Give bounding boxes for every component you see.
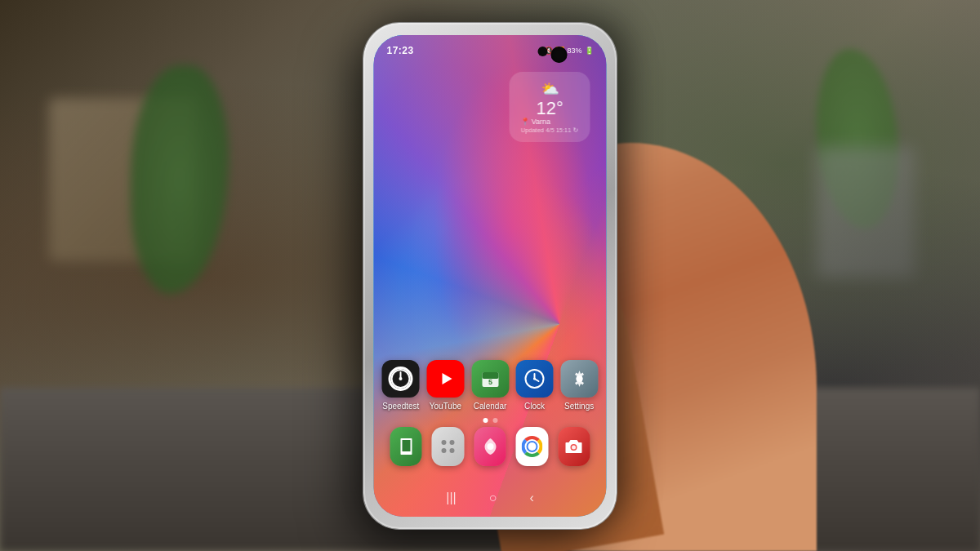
- speedtest-label: Speedtest: [382, 402, 419, 411]
- svg-point-15: [450, 448, 455, 453]
- dock-camera[interactable]: [558, 427, 590, 466]
- weather-temperature: 12°: [521, 100, 579, 118]
- dock: [374, 419, 607, 474]
- svg-marker-2: [442, 373, 452, 384]
- svg-point-18: [572, 445, 576, 449]
- svg-point-9: [533, 377, 536, 380]
- scene: 17:23 🔇 📶 83% 🔋 ⛅ 12° 📍 Varna Updated 4/…: [0, 0, 980, 551]
- svg-point-0: [392, 370, 410, 388]
- youtube-icon[interactable]: [426, 360, 464, 398]
- app-speedtest[interactable]: Speedtest: [382, 360, 421, 411]
- clock-label: Clock: [524, 402, 545, 411]
- phone-screen: 17:23 🔇 📶 83% 🔋 ⛅ 12° 📍 Varna Updated 4/…: [374, 35, 607, 517]
- location-pin-icon: 📍: [521, 118, 530, 126]
- dock-galaxy[interactable]: [474, 427, 506, 466]
- svg-point-13: [450, 440, 455, 445]
- dock-phone[interactable]: [390, 427, 421, 466]
- nav-bar: ||| ○ ‹: [374, 491, 607, 509]
- svg-point-11: [405, 452, 407, 454]
- svg-point-16: [487, 443, 493, 450]
- weather-icon: ⛅: [521, 80, 579, 98]
- front-camera-main: [551, 47, 568, 63]
- svg-point-12: [442, 440, 447, 445]
- nav-home-button[interactable]: ○: [489, 491, 497, 505]
- dock-bixby[interactable]: [432, 427, 464, 466]
- clock-icon[interactable]: [516, 360, 554, 398]
- settings-icon[interactable]: [560, 360, 598, 398]
- weather-updated: Updated 4/5 15:11 ↻: [521, 127, 579, 134]
- svg-point-1: [399, 377, 403, 380]
- app-grid: Speedtest YouTube: [374, 360, 607, 411]
- speedtest-icon[interactable]: [382, 360, 420, 398]
- weather-widget[interactable]: ⛅ 12° 📍 Varna Updated 4/5 15:11 ↻: [510, 72, 590, 142]
- battery-text: 83%: [567, 47, 581, 55]
- status-bar: 17:23 🔇 📶 83% 🔋: [374, 35, 607, 61]
- battery-icon: 🔋: [585, 47, 594, 55]
- svg-text:5: 5: [488, 378, 492, 386]
- app-youtube[interactable]: YouTube: [426, 360, 465, 411]
- phone-shell: 17:23 🔇 📶 83% 🔋 ⛅ 12° 📍 Varna Updated 4/…: [363, 23, 617, 529]
- status-time: 17:23: [387, 45, 414, 56]
- calendar-icon[interactable]: 5: [471, 360, 509, 398]
- calendar-label: Calendar: [474, 402, 507, 411]
- app-calendar[interactable]: 5 Calendar: [471, 360, 510, 411]
- nav-recents-button[interactable]: |||: [446, 491, 456, 505]
- app-clock[interactable]: Clock: [515, 360, 554, 411]
- bg-decor-right: [817, 147, 915, 278]
- svg-point-14: [442, 448, 447, 453]
- nav-back-button[interactable]: ‹: [529, 491, 533, 505]
- dock-chrome[interactable]: [516, 427, 548, 466]
- app-settings[interactable]: Settings: [560, 360, 599, 411]
- settings-label: Settings: [564, 402, 594, 411]
- weather-location: 📍 Varna: [521, 118, 579, 126]
- youtube-label: YouTube: [430, 402, 461, 411]
- front-camera-secondary: [538, 47, 548, 56]
